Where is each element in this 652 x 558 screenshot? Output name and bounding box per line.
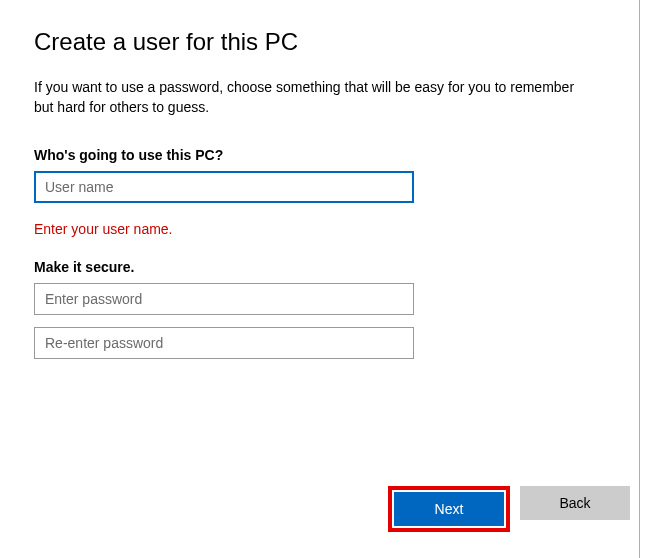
password-confirm-field[interactable] <box>34 327 414 359</box>
page-title: Create a user for this PC <box>34 28 618 56</box>
dialog-content: Create a user for this PC If you want to… <box>0 0 652 359</box>
next-button-highlight: Next <box>388 486 510 532</box>
right-divider <box>639 0 640 558</box>
button-row: Next Back <box>0 486 640 532</box>
username-field[interactable] <box>34 171 414 203</box>
username-error: Enter your user name. <box>34 221 618 237</box>
intro-text: If you want to use a password, choose so… <box>34 78 594 117</box>
username-section-label: Who's going to use this PC? <box>34 147 618 163</box>
next-button[interactable]: Next <box>394 492 504 526</box>
password-section-label: Make it secure. <box>34 259 618 275</box>
password-field[interactable] <box>34 283 414 315</box>
back-button[interactable]: Back <box>520 486 630 520</box>
